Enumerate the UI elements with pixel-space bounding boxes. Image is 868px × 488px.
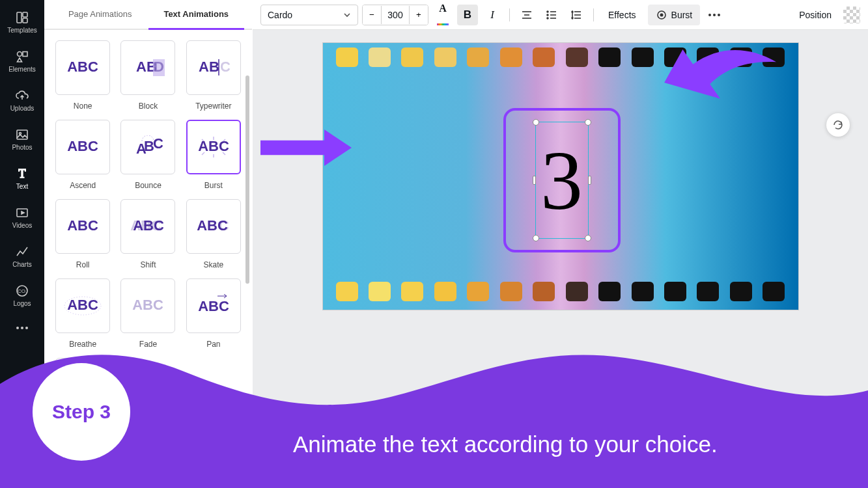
svg-point-48 — [547, 18, 548, 19]
svg-text:C: C — [220, 59, 231, 75]
nav-uploads[interactable]: Uploads — [0, 83, 44, 117]
logo-icon: CO. — [15, 284, 29, 298]
nav-videos[interactable]: Videos — [0, 200, 44, 234]
text-icon: T — [15, 167, 29, 181]
more-dots-icon — [16, 327, 28, 329]
video-icon — [15, 206, 29, 220]
svg-text:ABC: ABC — [67, 379, 98, 395]
nav-photos[interactable]: Photos — [0, 122, 44, 156]
page-tray: 3 + — [253, 436, 868, 488]
anim-ascend[interactable]: ABCAscend — [55, 120, 111, 190]
anim-breathe[interactable]: ABCBreathe — [55, 278, 111, 349]
nav-text[interactable]: TText — [0, 161, 44, 195]
anim-block[interactable]: ABDBlock — [120, 40, 176, 111]
svg-text:AB: AB — [199, 59, 219, 75]
svg-rect-1 — [23, 12, 27, 17]
nav-templates[interactable]: Templates — [0, 5, 44, 39]
svg-text:C: C — [219, 217, 229, 234]
font-size-dec[interactable]: − — [363, 5, 381, 25]
scrollbar[interactable] — [245, 75, 249, 284]
svg-point-46 — [547, 14, 548, 16]
svg-text:CO.: CO. — [18, 288, 27, 294]
svg-text:ABC: ABC — [133, 217, 165, 234]
svg-rect-4 — [23, 52, 27, 57]
refresh-fab[interactable] — [826, 113, 850, 137]
page-thumb-1[interactable]: 3 — [264, 448, 318, 478]
svg-text:ABC: ABC — [67, 138, 98, 154]
font-size-inc[interactable]: + — [410, 5, 428, 25]
templates-icon — [15, 10, 29, 25]
anim-tabs: Page Animations Text Animations — [44, 0, 252, 30]
bold-button[interactable]: B — [457, 5, 478, 25]
animation-icon — [656, 9, 667, 21]
photo-icon — [15, 128, 29, 142]
svg-point-3 — [18, 52, 22, 57]
svg-text:ABC: ABC — [198, 298, 229, 314]
nav-logos[interactable]: CO.Logos — [0, 278, 44, 312]
nav-charts[interactable]: Charts — [0, 239, 44, 273]
chevron-down-icon — [343, 11, 351, 19]
anim-shift[interactable]: ABCABCShift — [120, 199, 176, 269]
text-highlight: 3 — [503, 108, 621, 252]
anim-skate[interactable]: ABCCSkate — [186, 199, 242, 269]
text-color[interactable]: A — [432, 5, 453, 25]
collapse-tray[interactable]: ⌄ — [546, 434, 576, 442]
font-size-value[interactable]: 300 — [381, 6, 410, 24]
align-icon — [521, 9, 533, 21]
spacing-icon — [570, 9, 582, 21]
anim-typewriter[interactable]: ABCTypewriter — [186, 40, 242, 111]
add-page[interactable]: + — [326, 448, 379, 478]
nav-rail: Templates Elements Uploads Photos TText … — [0, 0, 44, 488]
list-button[interactable] — [541, 5, 562, 25]
elements-icon — [15, 49, 29, 64]
svg-text:ABC: ABC — [198, 138, 229, 154]
svg-rect-5 — [17, 130, 27, 139]
anim-pan[interactable]: ABCPan — [186, 278, 242, 349]
canvas-area[interactable]: 3 — [253, 30, 868, 436]
transparency-button[interactable] — [843, 7, 860, 23]
selection-box[interactable]: 3 — [535, 122, 589, 239]
svg-text:ABC: ABC — [67, 217, 98, 234]
position-button[interactable]: Position — [791, 5, 839, 25]
font-select[interactable]: Cardo — [260, 5, 358, 25]
anim-none[interactable]: ABCNone — [55, 40, 111, 111]
svg-text:ABC: ABC — [133, 297, 164, 313]
effects-button[interactable]: Effects — [600, 5, 644, 25]
nav-elements[interactable]: Elements — [0, 44, 44, 78]
svg-point-44 — [547, 11, 548, 12]
italic-button[interactable]: I — [482, 5, 503, 25]
chart-icon — [15, 245, 29, 259]
anim-grid: ABCNone ABDBlock ABCTypewriter ABCAscend… — [55, 40, 242, 413]
svg-rect-0 — [17, 12, 21, 23]
toolbar: Cardo − 300 + A B I Effects Burst Positi… — [253, 0, 868, 30]
anim-fade[interactable]: ABCFade — [120, 278, 176, 349]
list-icon — [546, 9, 557, 21]
anim-burst[interactable]: ABCBurst — [186, 120, 242, 190]
svg-text:T: T — [19, 167, 26, 180]
svg-text:D: D — [154, 59, 165, 75]
refresh-icon — [832, 119, 844, 131]
side-panel: Page Animations Text Animations ABCNone … — [44, 0, 253, 488]
cloud-upload-icon — [15, 88, 29, 103]
animation-button[interactable]: Burst — [648, 5, 701, 25]
anim-bounce[interactable]: ABCBounce — [120, 120, 176, 190]
arrow-annotation-1 — [260, 125, 352, 170]
spacing-button[interactable] — [566, 5, 587, 25]
canvas-text[interactable]: 3 — [540, 131, 583, 229]
svg-point-54 — [660, 13, 663, 16]
nav-more[interactable] — [0, 318, 44, 334]
font-size-group: − 300 + — [362, 5, 428, 25]
svg-text:ABC: ABC — [67, 297, 98, 313]
anim-roll[interactable]: ABCRoll — [55, 199, 111, 269]
svg-rect-2 — [23, 18, 27, 23]
anim-extra[interactable]: ABC — [55, 358, 111, 413]
svg-text:ABC: ABC — [67, 59, 98, 75]
tab-text-anim[interactable]: Text Animations — [148, 0, 245, 30]
tab-page-anim[interactable]: Page Animations — [52, 0, 148, 30]
align-button[interactable] — [516, 5, 537, 25]
svg-text:C: C — [154, 135, 164, 152]
